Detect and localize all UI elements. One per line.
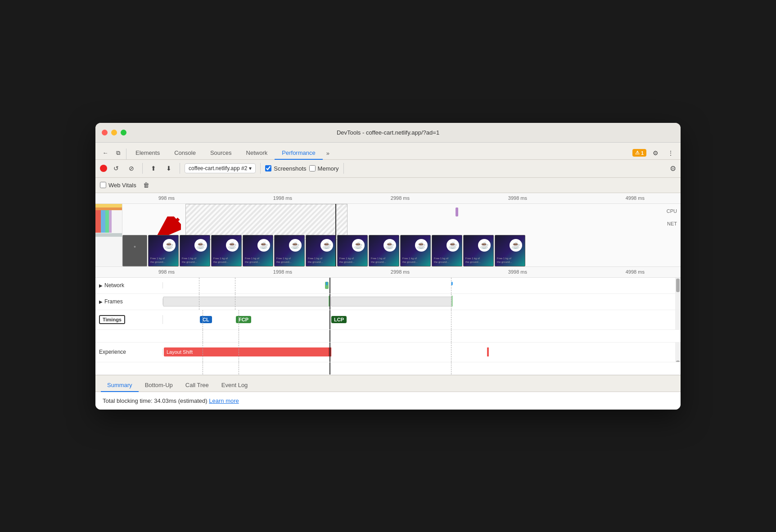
screenshot-thumb: ☕ Free 1 kg ofthe ground... bbox=[243, 235, 273, 266]
network-expand-icon[interactable]: ▶ bbox=[99, 283, 103, 288]
tab-sources[interactable]: Sources bbox=[203, 147, 239, 160]
screenshots-row: ● ☕ Free 1 kg ofthe ground... ☕ Free 1 k… bbox=[122, 234, 672, 266]
copy-icon[interactable]: ⧉ bbox=[112, 147, 124, 159]
window-title: DevTools - coffee-cart.netlify.app/?ad=1 bbox=[337, 129, 439, 136]
dashed-exp-3 bbox=[451, 343, 451, 362]
screenshot-thumb: ● bbox=[122, 235, 147, 266]
record-button[interactable] bbox=[100, 165, 107, 172]
screenshot-thumb: ☕ Free 1 kg ofthe ground... bbox=[148, 235, 179, 266]
screenshot-thumb: ☕ Free 1 kg ofthe ground... bbox=[180, 235, 210, 266]
dashed-spacer2-2 bbox=[239, 362, 239, 374]
back-icon[interactable]: ← bbox=[99, 147, 112, 159]
frames-track: ▶ Frames ms 1933.3 ms 1433.3 ms bbox=[95, 294, 681, 310]
record-settings-icon[interactable]: ⚙ bbox=[670, 164, 676, 173]
dashed-spacer-1 bbox=[203, 330, 203, 342]
cl-badge: CL bbox=[200, 316, 212, 323]
warning-badge[interactable]: ⚠ 1 bbox=[632, 149, 646, 157]
more-tabs-button[interactable]: » bbox=[323, 147, 333, 159]
tab-elements[interactable]: Elements bbox=[128, 147, 167, 160]
ruler-labels-top: 998 ms 1998 ms 2998 ms 3998 ms 4998 ms bbox=[158, 195, 645, 201]
memory-input[interactable] bbox=[309, 165, 316, 171]
memory-checkbox[interactable]: Memory bbox=[309, 165, 339, 172]
solid-spacer-1 bbox=[329, 330, 330, 342]
screenshot-thumb: ☕ Free 1 kg ofthe ground... bbox=[369, 235, 399, 266]
overview-left bbox=[95, 204, 122, 266]
dropdown-icon: ▾ bbox=[249, 165, 252, 171]
tab-console[interactable]: Console bbox=[167, 147, 203, 160]
network-track-label: ▶ Network bbox=[95, 282, 163, 289]
dashed-exp-1 bbox=[203, 343, 203, 362]
dashed-timings-2 bbox=[239, 310, 239, 329]
experience-track-content[interactable]: Layout Shift bbox=[163, 343, 681, 362]
dashed-spacer2-1 bbox=[203, 362, 203, 374]
network-track-content[interactable] bbox=[163, 278, 681, 293]
network-track: ▶ Network bbox=[95, 278, 681, 294]
tab-right-actions: ⚠ 1 ⚙ ⋮ bbox=[632, 147, 677, 159]
screenshot-thumb: ☕ Free 1 kg ofthe ground... bbox=[306, 235, 336, 266]
screenshot-thumb: ☕ Free 1 kg ofthe ground... bbox=[463, 235, 494, 266]
tab-bar: ← ⧉ Elements Console Sources Network Per… bbox=[95, 143, 681, 160]
lcp-badge: LCP bbox=[331, 316, 347, 323]
maximize-button[interactable] bbox=[121, 130, 126, 135]
web-vitals-input[interactable] bbox=[100, 182, 106, 188]
dashed-frames-3 bbox=[451, 294, 451, 310]
dashed-spacer-2 bbox=[239, 330, 239, 342]
record-bar: ↺ ⊘ ⬆ ⬇ coffee-cart.netlify.app #2 ▾ Scr… bbox=[95, 160, 681, 178]
tab-call-tree[interactable]: Call Tree bbox=[179, 379, 215, 392]
tab-performance[interactable]: Performance bbox=[275, 147, 322, 160]
tab-network[interactable]: Network bbox=[239, 147, 275, 160]
tab-summary[interactable]: Summary bbox=[101, 379, 139, 392]
timeline-content[interactable]: CPU NET ● ☕ Free 1 kg ofthe ground... bbox=[95, 204, 681, 267]
download-icon[interactable]: ⬇ bbox=[162, 162, 175, 175]
tab-bottom-up[interactable]: Bottom-Up bbox=[139, 379, 179, 392]
record-sep4 bbox=[343, 163, 344, 174]
close-button[interactable] bbox=[102, 130, 108, 135]
solid-exp-1 bbox=[329, 343, 330, 362]
frames-expand-icon[interactable]: ▶ bbox=[99, 299, 103, 304]
tab-event-log[interactable]: Event Log bbox=[215, 379, 254, 392]
settings-icon[interactable]: ⚙ bbox=[649, 147, 662, 159]
timings-track-content[interactable]: CL FCP LCP bbox=[163, 310, 681, 329]
dashed-spacer2-3 bbox=[451, 362, 451, 374]
dashed-spacer-3 bbox=[451, 330, 451, 342]
screenshots-input[interactable] bbox=[265, 165, 271, 171]
spacer-content-2 bbox=[163, 362, 681, 374]
learn-more-link[interactable]: Learn more bbox=[209, 397, 239, 404]
dashed-frames-2 bbox=[235, 294, 235, 310]
url-chip[interactable]: coffee-cart.netlify.app #2 ▾ bbox=[185, 163, 256, 173]
status-bar: Total blocking time: 34.03ms (estimated)… bbox=[95, 392, 681, 410]
dashed-frames-1 bbox=[199, 294, 199, 310]
spacer-row-2 bbox=[95, 362, 681, 375]
solid-timings-1 bbox=[329, 310, 330, 329]
web-vitals-checkbox[interactable]: Web Vitals bbox=[100, 182, 136, 189]
screenshots-checkbox[interactable]: Screenshots bbox=[265, 165, 306, 172]
more-options-icon[interactable]: ⋮ bbox=[664, 147, 677, 159]
solid-line-1 bbox=[329, 278, 330, 293]
timeline-ruler-bottom: 998 ms 1998 ms 2998 ms 3998 ms 4998 ms bbox=[95, 267, 681, 278]
upload-icon[interactable]: ⬆ bbox=[147, 162, 160, 175]
dashed-timings-1 bbox=[203, 310, 203, 329]
layout-shift-bar: Layout Shift bbox=[164, 347, 329, 356]
dashed-line-1 bbox=[199, 278, 199, 293]
timings-box-label: Timings bbox=[99, 315, 125, 324]
frames-track-content[interactable]: ms 1933.3 ms 1433.3 ms bbox=[163, 294, 681, 310]
timeline-tracks: ▶ Network ▶ Frames ms bbox=[95, 278, 681, 375]
clear-icon[interactable]: ⊘ bbox=[125, 162, 138, 175]
dashed-exp-2 bbox=[239, 343, 239, 362]
net-label: NET bbox=[667, 221, 677, 226]
layout-shift-small-bar-2 bbox=[487, 347, 489, 356]
timings-track-label: Timings bbox=[95, 315, 163, 324]
record-sep2 bbox=[180, 163, 180, 174]
trash-icon[interactable]: 🗑 bbox=[140, 179, 153, 191]
titlebar: DevTools - coffee-cart.netlify.app/?ad=1 bbox=[95, 123, 681, 143]
reload-icon[interactable]: ↺ bbox=[110, 162, 122, 175]
screenshot-thumb: ☕ Free 1 kg ofthe ground... bbox=[211, 235, 242, 266]
cpu-label: CPU bbox=[667, 208, 677, 214]
timeline-selection-line bbox=[335, 204, 336, 266]
screenshot-thumb: ☕ Free 1 kg ofthe ground... bbox=[432, 235, 462, 266]
experience-track: Experience Layout Shift bbox=[95, 343, 681, 362]
network-bar-2 bbox=[326, 282, 328, 285]
spacer-row bbox=[95, 330, 681, 343]
minimize-button[interactable] bbox=[111, 130, 117, 135]
experience-track-label: Experience bbox=[95, 349, 163, 355]
